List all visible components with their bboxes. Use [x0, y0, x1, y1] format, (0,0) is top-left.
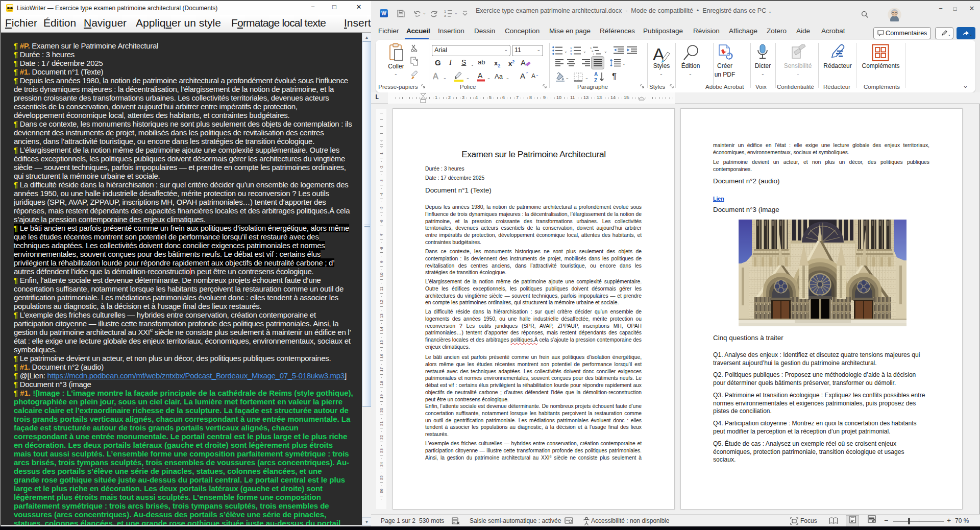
svg-text:A: A: [594, 71, 598, 77]
svg-text:a: a: [444, 14, 446, 17]
svg-text:A: A: [478, 71, 483, 80]
svg-text:A: A: [521, 58, 526, 67]
svg-text:A: A: [433, 72, 438, 81]
svg-text:1: 1: [570, 46, 572, 50]
svg-text:i: i: [593, 53, 594, 55]
svg-text:1: 1: [590, 46, 592, 50]
svg-text:W: W: [381, 11, 386, 16]
svg-text:Z: Z: [594, 78, 597, 83]
svg-text:3: 3: [570, 53, 572, 55]
svg-text:1: 1: [444, 10, 446, 13]
